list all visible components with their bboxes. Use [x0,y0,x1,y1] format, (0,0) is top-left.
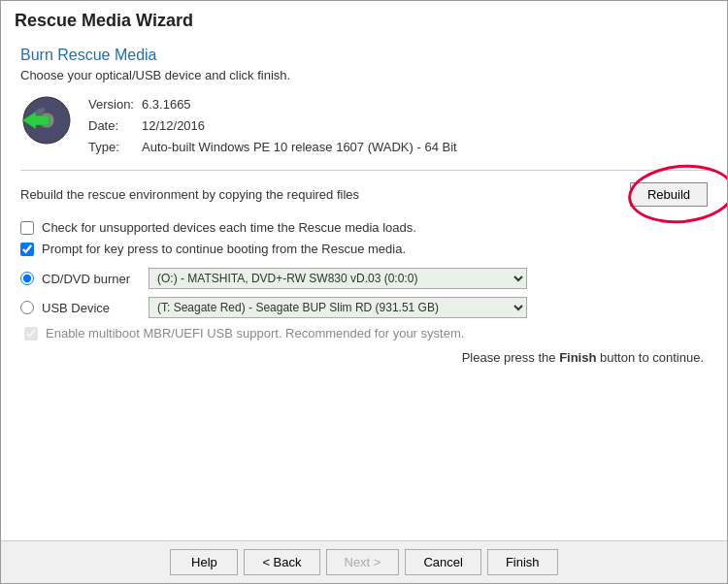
section-title: Burn Rescue Media [20,47,708,64]
back-button[interactable]: < Back [244,549,319,575]
finish-message: Please press the Finish button to contin… [20,350,708,365]
finish-button[interactable]: Finish [487,549,558,575]
cddvd-select[interactable]: (O:) - MATSHITA, DVD+-RW SW830 vD.03 (0:… [149,268,527,289]
rebuild-description: Rebuild the rescue environment by copyin… [20,187,630,202]
multiboot-checkbox[interactable] [24,327,38,341]
check-unsupported-label: Check for unsupported devices each time … [42,220,416,235]
subtitle: Choose your optical/USB device and click… [20,68,708,82]
help-button[interactable]: Help [170,549,238,575]
cancel-button[interactable]: Cancel [405,549,480,575]
window-title: Rescue Media Wizard [15,11,713,31]
multiboot-label: Enable multiboot MBR/UEFI USB support. R… [46,326,464,341]
info-table: Version: 6.3.1665 Date: 12/12/2016 Type:… [88,94,457,158]
usb-label: USB Device [42,301,149,315]
cddvd-radio[interactable] [20,272,34,285]
disc-icon [20,94,73,146]
cddvd-label: CD/DVD burner [42,272,149,286]
check-unsupported-checkbox[interactable] [20,221,34,235]
usb-select[interactable]: (T: Seagate Red) - Seagate BUP Slim RD (… [149,297,527,318]
rebuild-button[interactable]: Rebuild [630,182,708,207]
next-button[interactable]: Next > [326,549,400,575]
usb-radio[interactable] [20,301,34,314]
prompt-keypress-checkbox[interactable] [20,243,34,256]
prompt-keypress-label: Prompt for key press to continue booting… [42,242,406,256]
